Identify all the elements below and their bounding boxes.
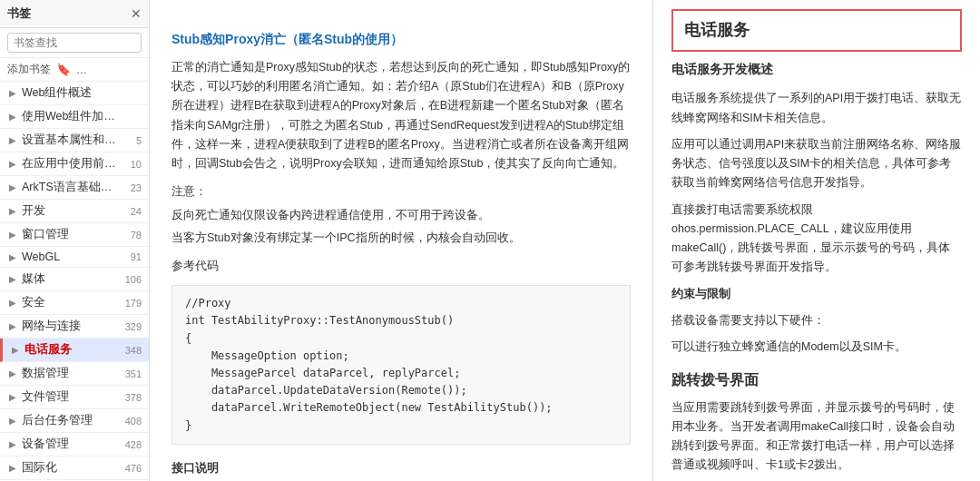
sidebar-item-count: 408 bbox=[119, 416, 142, 427]
sidebar-item-label: 后台任务管理 bbox=[22, 413, 93, 428]
sidebar-item-label: Web组件概述 bbox=[22, 85, 92, 101]
sidebar-item-label: ArkTS语言基础类库概述 bbox=[22, 180, 119, 195]
close-icon[interactable]: ✕ bbox=[131, 6, 142, 21]
chevron-right-icon: ▶ bbox=[9, 88, 16, 98]
note2: 当客方Stub对象没有绑定某一个IPC指所的时候，内核会自动回收。 bbox=[172, 229, 631, 248]
right-para1: 电话服务系统提供了一系列的API用于拨打电话、获取无线蜂窝网络和SIM卡相关信息… bbox=[671, 89, 962, 128]
sidebar-item-web-load[interactable]: ▶使用Web组件加载页面 bbox=[0, 105, 149, 129]
sidebar-item-label: WebGL bbox=[22, 250, 60, 263]
chevron-right-icon: ▶ bbox=[9, 135, 16, 145]
note-label: 注意： bbox=[172, 182, 631, 201]
sidebar-item-label: 使用Web组件加载页面 bbox=[22, 109, 119, 124]
center-para1: 正常的消亡通知是Proxy感知Stub的状态，若想达到反向的死亡通知，即Stub… bbox=[172, 58, 631, 174]
right-constraint-text: 搭载设备需要支持以下硬件： bbox=[671, 311, 962, 330]
chevron-right-icon: ▶ bbox=[9, 252, 16, 262]
sidebar-item-window[interactable]: ▶窗口管理78 bbox=[0, 223, 149, 247]
right-constraint-title: 约束与限制 bbox=[671, 285, 962, 304]
sidebar-item-label: 文件管理 bbox=[22, 389, 69, 405]
sidebar-item-count: 91 bbox=[119, 251, 142, 262]
sidebar-item-label: 设备管理 bbox=[22, 437, 69, 452]
sidebar-item-count: 329 bbox=[119, 321, 142, 332]
sidebar-item-tel-service[interactable]: ▶电话服务348 bbox=[0, 339, 149, 362]
sidebar-item-dev[interactable]: ▶开发24 bbox=[0, 200, 149, 223]
sidebar-item-count: 10 bbox=[119, 159, 142, 170]
chevron-right-icon: ▶ bbox=[9, 206, 16, 216]
right-jump-title: 跳转拨号界面 bbox=[671, 368, 962, 392]
sidebar-item-webgl[interactable]: ▶WebGL91 bbox=[0, 247, 149, 268]
sidebar-item-i18n[interactable]: ▶国际化476 bbox=[0, 456, 149, 480]
sidebar-search-area bbox=[0, 28, 149, 58]
sidebar-item-label: 设置基本属性和事件 bbox=[22, 133, 119, 148]
chevron-right-icon: ▶ bbox=[12, 345, 19, 355]
sidebar-item-label: 电话服务 bbox=[24, 342, 72, 358]
ref-label: 参考代码 bbox=[172, 257, 631, 276]
note-block: 注意： 反向死亡通知仅限设备内跨进程通信使用，不可用于跨设备。 当客方Stub对… bbox=[172, 182, 631, 248]
sidebar: 书签 ✕ 添加书签 🔖 … ▶Web组件概述▶使用Web组件加载页面▶设置基本属… bbox=[0, 0, 150, 481]
sidebar-item-label: 开发 bbox=[22, 203, 45, 219]
sidebar-item-count: 348 bbox=[119, 345, 142, 356]
chevron-right-icon: ▶ bbox=[9, 392, 16, 402]
sidebar-item-web-components[interactable]: ▶Web组件概述 bbox=[0, 82, 149, 105]
sidebar-header: 书签 ✕ bbox=[0, 0, 149, 28]
sidebar-item-label: 媒体 bbox=[22, 271, 45, 287]
sidebar-item-label: 窗口管理 bbox=[22, 227, 69, 242]
sidebar-item-count: 378 bbox=[119, 392, 142, 403]
right-main-title: 电话服务 bbox=[684, 16, 949, 44]
chevron-right-icon: ▶ bbox=[9, 182, 16, 192]
add-bookmark-button[interactable]: 添加书签 bbox=[7, 62, 51, 77]
sidebar-nav: ▶Web组件概述▶使用Web组件加载页面▶设置基本属性和事件5▶在应用中使用前端… bbox=[0, 82, 149, 481]
sidebar-item-count: 23 bbox=[119, 182, 142, 193]
right-panel-title-box: 电话服务 bbox=[671, 9, 962, 52]
bookmark-icon: 🔖 bbox=[56, 63, 71, 76]
sidebar-actions: 添加书签 🔖 … bbox=[0, 58, 149, 82]
center-panel: Stub感知Proxy消亡（匿名Stub的使用） 正常的消亡通知是Proxy感知… bbox=[150, 0, 653, 481]
right-jump-para: 当应用需要跳转到拨号界面，并显示拨号的号码时，使用本业务。当开发者调用makeC… bbox=[671, 398, 962, 476]
right-panel: 电话服务 电话服务开发概述 电话服务系统提供了一系列的API用于拨打电话、获取无… bbox=[653, 0, 980, 481]
right-para2: 应用可以通过调用API来获取当前注册网络名称、网络服务状态、信号强度以及SIM卡… bbox=[671, 135, 962, 193]
sidebar-item-count: 428 bbox=[119, 439, 142, 450]
more-icon[interactable]: … bbox=[76, 64, 87, 76]
center-heading1: Stub感知Proxy消亡（匿名Stub的使用） bbox=[172, 29, 631, 51]
chevron-right-icon: ▶ bbox=[9, 274, 16, 284]
main-area: Stub感知Proxy消亡（匿名Stub的使用） 正常的消亡通知是Proxy感知… bbox=[150, 0, 980, 481]
code-block: //Proxy int TestAbilityProxy::TestAnonym… bbox=[172, 285, 631, 445]
sidebar-item-count: 476 bbox=[119, 463, 142, 474]
sidebar-item-count: 24 bbox=[119, 206, 142, 217]
sidebar-item-arkts-base[interactable]: ▶ArkTS语言基础类库概述23 bbox=[0, 176, 149, 200]
sidebar-item-count: 78 bbox=[119, 230, 142, 240]
right-sub-title: 电话服务开发概述 bbox=[671, 59, 962, 81]
chevron-right-icon: ▶ bbox=[9, 230, 16, 240]
right-constraint-detail: 可以进行独立蜂窝通信的Modem以及SIM卡。 bbox=[671, 338, 962, 357]
sidebar-title: 书签 bbox=[7, 5, 31, 22]
sidebar-item-label: 数据管理 bbox=[22, 366, 69, 381]
chevron-right-icon: ▶ bbox=[9, 321, 16, 331]
note1: 反向死亡通知仅限设备内跨进程通信使用，不可用于跨设备。 bbox=[172, 206, 631, 225]
chevron-right-icon: ▶ bbox=[9, 416, 16, 426]
chevron-right-icon: ▶ bbox=[9, 463, 16, 473]
red-arrow-icon: → bbox=[152, 475, 172, 481]
sidebar-item-count: 179 bbox=[119, 298, 142, 309]
chevron-right-icon: ▶ bbox=[9, 439, 16, 449]
sidebar-item-security[interactable]: ▶安全179 bbox=[0, 291, 149, 315]
chevron-right-icon: ▶ bbox=[9, 112, 16, 122]
sidebar-item-js-in-app[interactable]: ▶在应用中使用前端页面JavaSci10 bbox=[0, 152, 149, 176]
sidebar-item-basic-events[interactable]: ▶设置基本属性和事件5 bbox=[0, 129, 149, 152]
sidebar-item-count: 351 bbox=[119, 368, 142, 379]
right-para3: 直接拨打电话需要系统权限ohos.permission.PLACE_CALL，建… bbox=[671, 201, 962, 278]
sidebar-item-file-mgmt[interactable]: ▶文件管理378 bbox=[0, 386, 149, 409]
sidebar-item-data-mgmt[interactable]: ▶数据管理351 bbox=[0, 362, 149, 386]
sidebar-item-label: 在应用中使用前端页面JavaSci bbox=[22, 156, 119, 172]
sidebar-item-label: 国际化 bbox=[22, 460, 57, 476]
search-input[interactable] bbox=[7, 33, 142, 53]
sidebar-item-network[interactable]: ▶网络与连接329 bbox=[0, 315, 149, 339]
sidebar-item-label: 安全 bbox=[22, 295, 45, 310]
sidebar-item-device-mgmt[interactable]: ▶设备管理428 bbox=[0, 433, 149, 456]
sidebar-item-task-mgmt[interactable]: ▶后台任务管理408 bbox=[0, 409, 149, 433]
sidebar-header-icons: ✕ bbox=[131, 6, 142, 21]
chevron-right-icon: ▶ bbox=[9, 159, 16, 169]
sidebar-item-label: 网络与连接 bbox=[22, 319, 81, 334]
api-section: → 接口说明 call模块为开发者提供呼叫管理功能，observer模块为开发者… bbox=[172, 459, 631, 481]
sidebar-item-media[interactable]: ▶媒体106 bbox=[0, 268, 149, 291]
sidebar-item-count: 5 bbox=[119, 135, 142, 146]
chevron-right-icon: ▶ bbox=[9, 368, 16, 378]
